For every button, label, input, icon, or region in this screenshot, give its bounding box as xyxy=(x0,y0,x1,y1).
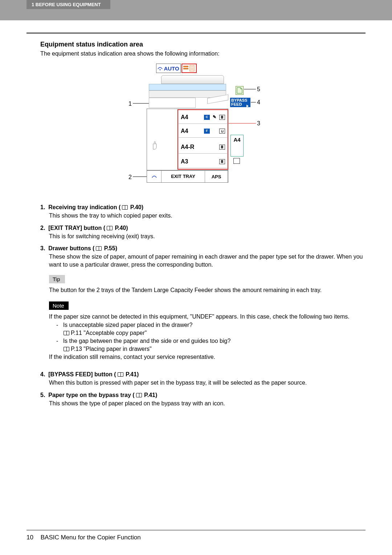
callout-5: 5 xyxy=(257,86,260,93)
original-indicator xyxy=(181,64,197,73)
callout-5-line xyxy=(244,89,256,89)
section-heading: Equipment status indication area xyxy=(26,41,366,48)
drawer-row: A4-R ≣ xyxy=(179,141,227,154)
page-footer: 10 BASIC Menu for the Copier Function xyxy=(26,530,366,541)
note-ref: P.11 "Acceptable copy paper" xyxy=(49,329,366,337)
callout-3: 3 xyxy=(257,120,260,127)
drawer-row: A3 ≣ xyxy=(179,155,227,168)
note-outro: If the indication still remains, contact… xyxy=(49,353,366,361)
tip-text: The button for the 2 trays of the Tandem… xyxy=(40,286,366,294)
aps-button: APS xyxy=(205,171,228,182)
book-icon xyxy=(64,347,69,351)
svg-rect-2 xyxy=(183,68,188,69)
side-drawer: A4 xyxy=(230,135,244,157)
svg-rect-1 xyxy=(183,66,188,67)
auto-label: AUTO xyxy=(164,65,179,72)
tip-label: Tip xyxy=(49,275,65,283)
page-body: Equipment status indication area The equ… xyxy=(0,33,392,407)
footer-title: BASIC Menu for the Copier Function xyxy=(41,534,141,541)
original-icon xyxy=(182,64,196,72)
exit-tray-button: EXIT TRAY xyxy=(162,171,205,182)
note-ref: P.13 "Placing paper in drawers" xyxy=(49,345,366,353)
item-2-desc: This is for switching receiving (exit) t… xyxy=(40,232,366,240)
item-2-title: 2. [EXIT TRAY] button ( P.40) xyxy=(40,225,366,231)
wifi-icon xyxy=(158,66,163,71)
item-3-title: 3. Drawer buttons ( P.55) xyxy=(40,245,366,252)
callout-4: 4 xyxy=(257,99,260,106)
bypass-papertype-icon xyxy=(236,86,244,95)
item-5-desc: This shows the type of paper placed on t… xyxy=(40,400,366,408)
callout-3-line xyxy=(229,123,256,123)
auto-indicator: AUTO xyxy=(156,64,181,73)
book-icon xyxy=(64,331,69,335)
note-block: If the paper size cannot be detected in … xyxy=(40,313,366,361)
callout-2: 2 xyxy=(128,174,132,181)
top-rule xyxy=(26,33,366,33)
note-bullet: - Is unacceptable sized paper placed in … xyxy=(49,321,366,329)
drawer-row: A4 C✎≣ xyxy=(179,111,227,124)
note-intro: If the paper size cannot be detected in … xyxy=(49,313,366,321)
side-drawer-icon xyxy=(233,158,240,164)
item-3-desc: These show the size of paper, amount of … xyxy=(40,253,366,268)
arrow-right-icon xyxy=(246,105,249,108)
book-icon xyxy=(136,393,142,397)
note-label: Note xyxy=(49,301,69,310)
mfp-illustration xyxy=(147,74,228,109)
hand-icon xyxy=(151,140,158,150)
page-number: 10 xyxy=(26,534,39,541)
callout-1: 1 xyxy=(128,101,132,107)
item-5-title: 5. Paper type on the bypass tray ( P.41) xyxy=(40,392,366,398)
section-intro: The equipment status indication area sho… xyxy=(26,50,366,57)
chapter-label: 1 BEFORE USING EQUIPMENT xyxy=(26,0,110,9)
items-list: 1. Receiving tray indication ( P.40) Thi… xyxy=(26,204,366,407)
svg-point-0 xyxy=(160,69,161,70)
item-1-title: 1. Receiving tray indication ( P.40) xyxy=(40,204,366,211)
note-bullet: - Is the gap between the paper and the s… xyxy=(49,337,366,345)
diagram-wrap: 1 2 5 4 3 AUTO xyxy=(26,64,366,189)
item-4-desc: When this button is pressed with paper s… xyxy=(40,379,366,387)
base-row: EXIT TRAY APS xyxy=(147,170,228,183)
book-icon xyxy=(122,205,128,210)
item-4-title: 4. [BYPASS FEED] button ( P.41) xyxy=(40,371,366,378)
footer-rule xyxy=(26,530,366,530)
page-header: 1 BEFORE USING EQUIPMENT xyxy=(0,0,392,20)
book-icon xyxy=(107,226,113,230)
exit-arrow-icon xyxy=(151,174,157,179)
book-icon xyxy=(96,246,102,251)
equipment-diagram: 1 2 5 4 3 AUTO xyxy=(131,64,261,189)
item-1-desc: This shows the tray to which copied pape… xyxy=(40,212,366,220)
book-icon xyxy=(118,372,123,377)
drawer-row: A4 F⊔ xyxy=(179,125,227,138)
callout-4-line xyxy=(251,102,256,102)
